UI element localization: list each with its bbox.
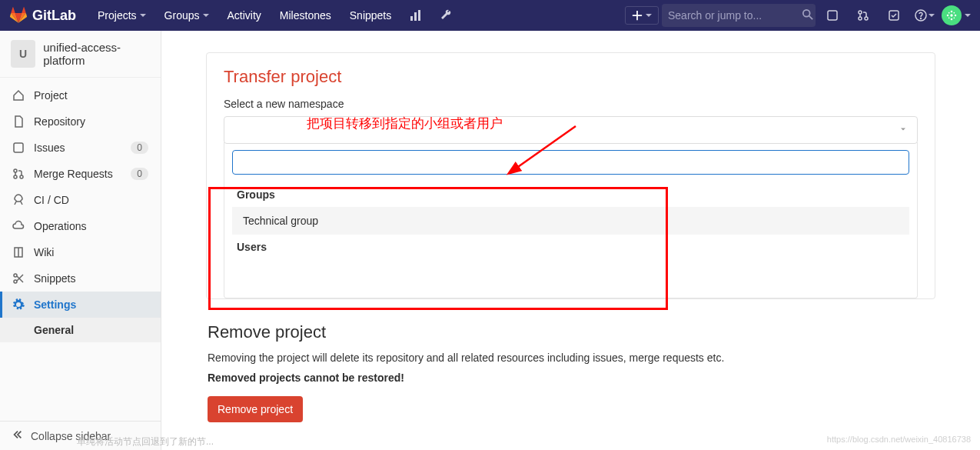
- remove-project-section: Remove project Removing the project will…: [206, 319, 935, 425]
- chevron-down-icon: [929, 14, 935, 17]
- dropdown-option-technical-group[interactable]: Technical group: [232, 207, 909, 235]
- sidebar-item-repository[interactable]: Repository: [0, 108, 161, 135]
- plus-icon: [632, 10, 643, 21]
- scissors-icon: [12, 272, 25, 285]
- sidebar-item-snippets[interactable]: Snippets: [0, 265, 161, 292]
- chevron-double-left-icon: [12, 429, 23, 442]
- namespace-dropdown: Groups Technical group Users: [224, 142, 918, 298]
- svg-point-23: [14, 175, 17, 178]
- chevron-down-icon: [140, 14, 146, 17]
- svg-point-26: [14, 280, 17, 283]
- count-badge: 0: [131, 168, 148, 180]
- transfer-title: Transfer project: [224, 67, 918, 87]
- svg-rect-2: [418, 10, 420, 21]
- main-content: Transfer project Select a new namespace …: [161, 31, 980, 450]
- book-icon: [12, 246, 25, 258]
- svg-point-18: [954, 12, 955, 14]
- svg-point-15: [951, 11, 953, 13]
- todos-icon[interactable]: [880, 3, 908, 28]
- project-name: unified-access-platform: [43, 41, 150, 67]
- svg-point-24: [20, 175, 23, 178]
- svg-point-13: [947, 15, 949, 17]
- svg-point-5: [859, 11, 862, 14]
- svg-point-19: [948, 18, 950, 19]
- sidebar-item-issues[interactable]: Issues0: [0, 135, 161, 161]
- new-dropdown-button[interactable]: [625, 6, 659, 25]
- merge-requests-icon[interactable]: [849, 3, 877, 28]
- sidebar-project-header[interactable]: U unified-access-platform: [0, 31, 161, 78]
- svg-point-17: [948, 12, 950, 14]
- global-search[interactable]: [662, 4, 816, 27]
- gitlab-logo[interactable]: GitLab: [9, 7, 76, 24]
- svg-point-7: [865, 17, 868, 20]
- sidebar-item-project[interactable]: Project: [0, 82, 161, 108]
- dropdown-group-header-groups: Groups: [232, 182, 909, 207]
- svg-point-6: [859, 17, 862, 20]
- svg-point-3: [803, 9, 810, 16]
- doc-icon: [12, 115, 25, 128]
- bottom-truncated-text: 单纯将活动节点回退到了新的节...: [77, 435, 214, 448]
- svg-point-22: [14, 169, 17, 172]
- sidebar-item-cicd[interactable]: CI / CD: [0, 187, 161, 213]
- chevron-down-icon: [646, 14, 652, 17]
- sidebar-item-wiki[interactable]: Wiki: [0, 239, 161, 265]
- transfer-project-panel: Transfer project Select a new namespace …: [206, 52, 935, 299]
- project-avatar: U: [11, 40, 35, 68]
- nav-activity[interactable]: Activity: [220, 5, 269, 26]
- namespace-select[interactable]: [224, 116, 918, 144]
- rocket-icon: [12, 194, 25, 206]
- admin-wrench-icon[interactable]: [433, 3, 460, 28]
- sidebar-subitem-general[interactable]: General: [0, 318, 161, 342]
- merge-icon: [12, 168, 25, 180]
- issues-icon: [12, 142, 25, 154]
- svg-point-16: [951, 18, 953, 21]
- namespace-search-input[interactable]: [232, 150, 909, 175]
- remove-warning: Removed projects cannot be restored!: [208, 372, 934, 384]
- chevron-down-icon: [899, 124, 908, 136]
- count-badge: 0: [131, 142, 148, 154]
- remove-project-button[interactable]: Remove project: [208, 396, 303, 422]
- remove-title: Remove project: [208, 322, 934, 342]
- svg-point-12: [950, 14, 952, 16]
- dropdown-group-header-users: Users: [232, 235, 909, 259]
- gitlab-tanuki-icon: [9, 7, 28, 24]
- search-input[interactable]: [668, 9, 802, 22]
- svg-point-14: [955, 15, 957, 17]
- watermark-text: https://blog.csdn.net/weixin_40816738: [827, 435, 971, 444]
- project-sidebar: U unified-access-platform Project Reposi…: [0, 31, 161, 450]
- svg-rect-21: [14, 143, 23, 152]
- sidebar-item-merge-requests[interactable]: Merge Requests0: [0, 161, 161, 187]
- top-navbar: GitLab Projects Groups Activity Mileston…: [0, 0, 980, 31]
- sidebar-item-operations[interactable]: Operations: [0, 213, 161, 239]
- search-icon: [802, 9, 813, 22]
- cloud-icon: [12, 220, 25, 232]
- svg-rect-0: [410, 16, 413, 21]
- chevron-down-icon: [965, 14, 971, 17]
- svg-point-25: [14, 274, 17, 277]
- home-icon: [12, 89, 25, 102]
- svg-point-20: [954, 18, 955, 19]
- chevron-down-icon: [203, 14, 209, 17]
- svg-rect-4: [828, 11, 837, 20]
- nav-projects[interactable]: Projects: [90, 5, 154, 26]
- nav-snippets[interactable]: Snippets: [342, 5, 399, 26]
- brand-text: GitLab: [32, 8, 76, 24]
- issues-icon[interactable]: [819, 3, 846, 28]
- namespace-label: Select a new namespace: [224, 98, 918, 110]
- svg-point-10: [921, 18, 922, 19]
- sidebar-item-settings[interactable]: Settings: [0, 292, 161, 318]
- svg-rect-1: [414, 12, 417, 21]
- nav-groups[interactable]: Groups: [157, 5, 217, 26]
- nav-milestones[interactable]: Milestones: [272, 5, 339, 26]
- remove-description: Removing the project will delete its rep…: [208, 352, 934, 364]
- analytics-icon[interactable]: [402, 3, 430, 28]
- help-icon[interactable]: [911, 3, 938, 28]
- user-avatar[interactable]: [942, 5, 962, 25]
- gear-icon: [12, 298, 25, 311]
